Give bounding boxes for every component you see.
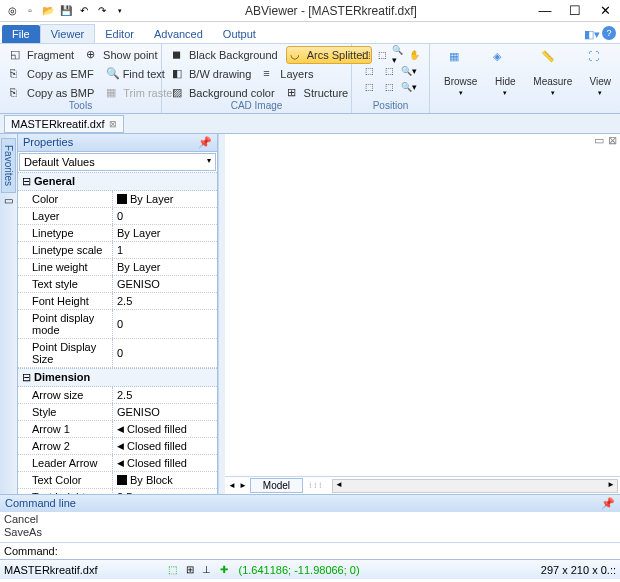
pin-icon[interactable]: 📌 (198, 136, 212, 149)
pos-btn[interactable]: ⬚ (376, 48, 390, 62)
style-icon[interactable]: ◧▾ (584, 26, 600, 42)
view-button[interactable]: ⛶View▾ (580, 48, 620, 113)
tab-editor[interactable]: Editor (95, 25, 144, 43)
property-value[interactable]: GENISO (113, 276, 217, 292)
property-value[interactable]: 2.5 (113, 387, 217, 403)
property-value[interactable]: By Layer (113, 191, 217, 207)
zoom-out-button[interactable]: 🔍▾ (400, 64, 418, 78)
title-bar: ◎ ▫ 📂 💾 ↶ ↷ ▾ ABViewer - [MASTERkreatif.… (0, 0, 620, 22)
property-value[interactable]: 2.5 (113, 489, 217, 494)
bw-icon: ◧ (172, 67, 186, 81)
horizontal-scrollbar[interactable] (332, 479, 618, 493)
zoom-fit-button[interactable]: 🔍▾ (400, 80, 418, 94)
favorites-tab[interactable]: Favorites (1, 138, 16, 193)
tab-file[interactable]: File (2, 25, 40, 43)
property-key: Text style (18, 276, 113, 292)
properties-panel: Properties📌 Default Values▾ GeneralColor… (18, 134, 218, 494)
command-input[interactable] (62, 543, 620, 559)
close-button[interactable]: ✕ (590, 1, 620, 21)
property-row: Arrow 1◀Closed filled (18, 421, 217, 438)
property-row: Arrow 2◀Closed filled (18, 438, 217, 455)
zoom-in-button[interactable]: 🔍▾ (392, 48, 406, 62)
property-value[interactable]: ◀Closed filled (113, 421, 217, 437)
open-icon[interactable]: 📂 (40, 3, 56, 19)
close-tab-icon[interactable]: ⊠ (109, 119, 117, 129)
arc-icon: ◡ (290, 48, 304, 62)
category-header[interactable]: Dimension (18, 368, 217, 387)
property-row: Font Height2.5 (18, 293, 217, 310)
tab-nav-left[interactable]: ◄ (225, 481, 239, 490)
hide-button[interactable]: ◈Hide▾ (485, 48, 525, 113)
bw-drawing-button[interactable]: ◧B/W drawing (168, 65, 255, 83)
new-icon[interactable]: ▫ (22, 3, 38, 19)
redo-icon[interactable]: ↷ (94, 3, 110, 19)
fragment-button[interactable]: ◱Fragment (6, 46, 78, 64)
search-icon: 🔍 (106, 67, 120, 81)
mini-btn[interactable]: ▭ (594, 134, 604, 148)
status-icon[interactable]: ✚ (217, 563, 231, 577)
browse-button[interactable]: ▦Browse▾ (436, 48, 485, 113)
undo-icon[interactable]: ↶ (76, 3, 92, 19)
property-row: Text ColorBy Block (18, 472, 217, 489)
property-key: Linetype (18, 225, 113, 241)
property-value[interactable]: ◀Closed filled (113, 455, 217, 471)
panel-title: Properties (23, 136, 73, 149)
hand-button[interactable]: ✋ (407, 48, 421, 62)
color-swatch (117, 475, 127, 485)
property-value[interactable]: By Block (113, 472, 217, 488)
bg-icon: ◼ (172, 48, 186, 62)
object-combo[interactable]: Default Values▾ (19, 153, 216, 171)
property-value[interactable]: By Layer (113, 259, 217, 275)
help-icon[interactable]: ? (602, 26, 616, 40)
window-title: ABViewer - [MASTERkreatif.dxf] (132, 4, 530, 18)
property-value[interactable]: 1 (113, 242, 217, 258)
property-value[interactable]: 2.5 (113, 293, 217, 309)
tab-advanced[interactable]: Advanced (144, 25, 213, 43)
browse-icon: ▦ (449, 50, 473, 74)
sidebar-icon[interactable]: ▭ (4, 195, 13, 206)
qat-dropdown-icon[interactable]: ▾ (112, 3, 128, 19)
status-icon[interactable]: ⊥ (200, 563, 214, 577)
property-key: Layer (18, 208, 113, 224)
property-value[interactable]: GENISO (113, 404, 217, 420)
minimize-button[interactable]: — (530, 1, 560, 21)
pin-icon[interactable]: 📌 (601, 497, 615, 510)
save-icon[interactable]: 💾 (58, 3, 74, 19)
black-bg-button[interactable]: ◼Black Background (168, 46, 282, 64)
layers-icon: ≡ (263, 67, 277, 81)
measure-button[interactable]: 📏Measure▾ (525, 48, 580, 113)
copy-emf-button[interactable]: ⎘Copy as EMF (6, 65, 98, 83)
property-value[interactable]: 0 (113, 208, 217, 224)
pos-btn[interactable]: ⬚ (360, 48, 374, 62)
splitter[interactable] (218, 134, 225, 494)
color-icon: ▨ (172, 86, 186, 100)
structure-icon: ⊞ (287, 86, 301, 100)
point-icon: ⊕ (86, 48, 100, 62)
pos-btn[interactable]: ⬚ (360, 64, 378, 78)
mini-btn[interactable]: ⊠ (608, 134, 617, 148)
tab-nav-right[interactable]: ► (239, 481, 247, 490)
pos-btn[interactable]: ⬚ (360, 80, 378, 94)
copy-icon: ⎘ (10, 86, 24, 100)
drawing-view[interactable] (225, 148, 620, 476)
tab-viewer[interactable]: Viewer (40, 24, 95, 43)
property-value[interactable]: 0 (113, 310, 217, 338)
status-icon[interactable]: ⬚ (166, 563, 180, 577)
property-value[interactable]: 0 (113, 339, 217, 367)
find-text-button[interactable]: 🔍Find text (102, 65, 169, 83)
property-row: Line weightBy Layer (18, 259, 217, 276)
category-header[interactable]: General (18, 172, 217, 191)
property-value[interactable]: ◀Closed filled (113, 438, 217, 454)
property-value[interactable]: By Layer (113, 225, 217, 241)
property-row: Text height2.5 (18, 489, 217, 494)
maximize-button[interactable]: ☐ (560, 1, 590, 21)
document-tab[interactable]: MASTERkreatif.dxf⊠ (4, 115, 124, 133)
layers-button[interactable]: ≡Layers (259, 65, 317, 83)
status-icon[interactable]: ⊞ (183, 563, 197, 577)
tab-output[interactable]: Output (213, 25, 266, 43)
pos-btn[interactable]: ⬚ (380, 64, 398, 78)
pos-btn[interactable]: ⬚ (380, 80, 398, 94)
command-panel: Command line📌 Cancel SaveAs Command: (0, 494, 620, 559)
show-point-button[interactable]: ⊕Show point (82, 46, 161, 64)
model-tab[interactable]: Model (250, 478, 303, 493)
